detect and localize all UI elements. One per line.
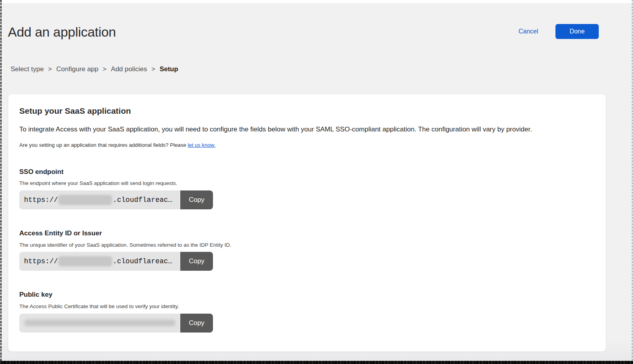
copy-button-sso-endpoint[interactable]: Copy [180, 190, 213, 209]
field-description-public-key: The Access Public Certificate that will … [19, 303, 595, 310]
field-label-public-key: Public key [19, 290, 595, 299]
breadcrumb-separator: > [48, 65, 52, 73]
value-suffix: .cloudflareac… [113, 257, 172, 265]
redacted-value-blur [24, 320, 176, 326]
sso-endpoint-value-row: https:// .cloudflareac… Copy [19, 190, 213, 209]
let-us-know-link[interactable]: let us know. [188, 142, 216, 148]
breadcrumb-step-add-policies[interactable]: Add policies [111, 65, 147, 73]
access-entity-id-value-row: https:// .cloudflareac… Copy [19, 252, 213, 271]
value-suffix: .cloudflareac… [113, 196, 172, 204]
field-description-sso-endpoint: The endpoint where your SaaS application… [19, 180, 595, 187]
copy-button-access-entity-id[interactable]: Copy [180, 252, 213, 271]
breadcrumb-separator: > [151, 65, 155, 73]
redacted-value-blur [58, 195, 112, 205]
access-entity-id-value[interactable]: https:// .cloudflareac… [19, 252, 180, 271]
cancel-button[interactable]: Cancel [518, 28, 538, 35]
breadcrumb: Select type > Configure app > Add polici… [11, 65, 178, 73]
value-prefix: https:// [24, 257, 58, 265]
screen-edge-artifact-right [632, 0, 633, 361]
page-title: Add an application [8, 24, 116, 40]
field-label-access-entity-id: Access Entity ID or Issuer [19, 229, 595, 237]
breadcrumb-separator: > [103, 65, 107, 73]
redacted-value-blur [58, 256, 112, 266]
card-heading: Setup your SaaS application [19, 106, 595, 116]
field-description-access-entity-id: The unique identifier of your SaaS appli… [19, 242, 595, 249]
value-prefix: https:// [24, 196, 58, 204]
setup-card: Setup your SaaS application To integrate… [8, 94, 606, 352]
screen-edge-artifact-bottom [0, 361, 633, 364]
note-text: Are you setting up an application that r… [19, 142, 595, 148]
intro-text: To integrate Access with your SaaS appli… [19, 125, 595, 134]
header-actions: Cancel Done [518, 24, 599, 39]
field-public-key: Public key The Access Public Certificate… [19, 290, 595, 332]
sso-endpoint-value[interactable]: https:// .cloudflareac… [19, 190, 180, 209]
breadcrumb-step-setup: Setup [159, 65, 178, 73]
field-sso-endpoint: SSO endpoint The endpoint where your Saa… [19, 168, 595, 209]
screen-edge-artifact-left [0, 0, 2, 361]
breadcrumb-step-select-type[interactable]: Select type [11, 65, 44, 73]
public-key-value-row: Copy [19, 314, 213, 333]
breadcrumb-step-configure-app[interactable]: Configure app [56, 65, 98, 73]
note-prefix: Are you setting up an application that r… [19, 142, 188, 148]
public-key-value[interactable] [19, 314, 180, 333]
copy-button-public-key[interactable]: Copy [180, 314, 213, 333]
field-access-entity-id: Access Entity ID or Issuer The unique id… [19, 229, 595, 271]
done-button[interactable]: Done [555, 24, 599, 39]
top-edge-strip [0, 0, 633, 3]
field-label-sso-endpoint: SSO endpoint [19, 168, 595, 176]
